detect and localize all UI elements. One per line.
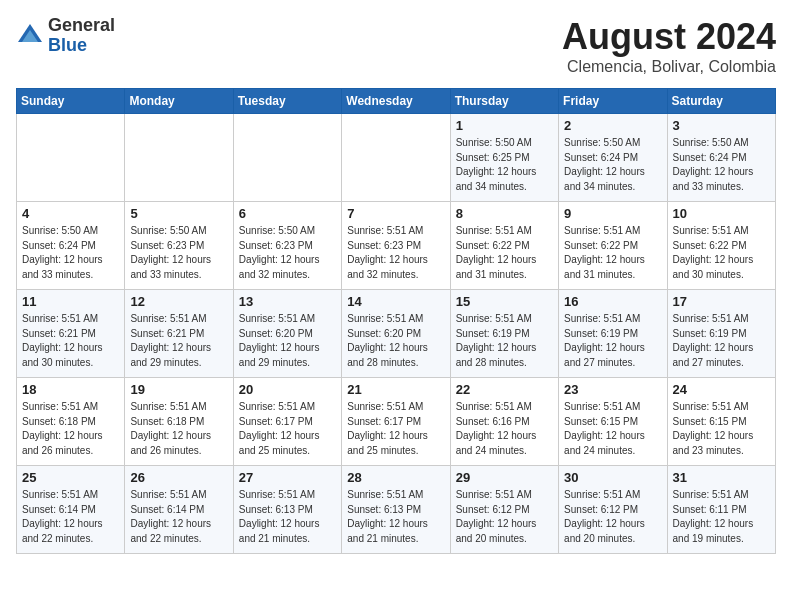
logo: General Blue [16,16,115,56]
day-number: 13 [239,294,336,309]
day-info: Sunrise: 5:51 AM Sunset: 6:22 PM Dayligh… [673,224,770,282]
day-info: Sunrise: 5:51 AM Sunset: 6:15 PM Dayligh… [673,400,770,458]
calendar-cell [17,114,125,202]
day-number: 26 [130,470,227,485]
day-info: Sunrise: 5:51 AM Sunset: 6:17 PM Dayligh… [239,400,336,458]
day-number: 21 [347,382,444,397]
calendar-cell: 16Sunrise: 5:51 AM Sunset: 6:19 PM Dayli… [559,290,667,378]
calendar-cell: 24Sunrise: 5:51 AM Sunset: 6:15 PM Dayli… [667,378,775,466]
day-info: Sunrise: 5:51 AM Sunset: 6:21 PM Dayligh… [130,312,227,370]
day-number: 8 [456,206,553,221]
calendar-cell: 7Sunrise: 5:51 AM Sunset: 6:23 PM Daylig… [342,202,450,290]
calendar-cell: 22Sunrise: 5:51 AM Sunset: 6:16 PM Dayli… [450,378,558,466]
day-number: 9 [564,206,661,221]
day-number: 23 [564,382,661,397]
day-info: Sunrise: 5:51 AM Sunset: 6:15 PM Dayligh… [564,400,661,458]
day-number: 1 [456,118,553,133]
day-info: Sunrise: 5:50 AM Sunset: 6:23 PM Dayligh… [130,224,227,282]
day-info: Sunrise: 5:51 AM Sunset: 6:13 PM Dayligh… [347,488,444,546]
day-info: Sunrise: 5:51 AM Sunset: 6:18 PM Dayligh… [22,400,119,458]
calendar-cell: 17Sunrise: 5:51 AM Sunset: 6:19 PM Dayli… [667,290,775,378]
col-header-saturday: Saturday [667,89,775,114]
day-number: 14 [347,294,444,309]
day-number: 6 [239,206,336,221]
day-info: Sunrise: 5:50 AM Sunset: 6:24 PM Dayligh… [22,224,119,282]
day-number: 25 [22,470,119,485]
logo-icon [16,22,44,50]
day-number: 16 [564,294,661,309]
calendar-cell: 13Sunrise: 5:51 AM Sunset: 6:20 PM Dayli… [233,290,341,378]
day-number: 22 [456,382,553,397]
calendar-cell: 14Sunrise: 5:51 AM Sunset: 6:20 PM Dayli… [342,290,450,378]
calendar-cell: 23Sunrise: 5:51 AM Sunset: 6:15 PM Dayli… [559,378,667,466]
day-info: Sunrise: 5:51 AM Sunset: 6:11 PM Dayligh… [673,488,770,546]
day-info: Sunrise: 5:51 AM Sunset: 6:12 PM Dayligh… [456,488,553,546]
calendar-cell: 4Sunrise: 5:50 AM Sunset: 6:24 PM Daylig… [17,202,125,290]
day-info: Sunrise: 5:51 AM Sunset: 6:22 PM Dayligh… [564,224,661,282]
day-number: 7 [347,206,444,221]
calendar-cell: 1Sunrise: 5:50 AM Sunset: 6:25 PM Daylig… [450,114,558,202]
col-header-monday: Monday [125,89,233,114]
day-info: Sunrise: 5:51 AM Sunset: 6:13 PM Dayligh… [239,488,336,546]
day-info: Sunrise: 5:51 AM Sunset: 6:21 PM Dayligh… [22,312,119,370]
calendar-cell: 6Sunrise: 5:50 AM Sunset: 6:23 PM Daylig… [233,202,341,290]
day-number: 29 [456,470,553,485]
col-header-wednesday: Wednesday [342,89,450,114]
col-header-thursday: Thursday [450,89,558,114]
day-info: Sunrise: 5:51 AM Sunset: 6:17 PM Dayligh… [347,400,444,458]
week-row-1: 1Sunrise: 5:50 AM Sunset: 6:25 PM Daylig… [17,114,776,202]
calendar-cell: 31Sunrise: 5:51 AM Sunset: 6:11 PM Dayli… [667,466,775,554]
calendar-cell: 2Sunrise: 5:50 AM Sunset: 6:24 PM Daylig… [559,114,667,202]
day-number: 2 [564,118,661,133]
day-number: 27 [239,470,336,485]
calendar-cell: 25Sunrise: 5:51 AM Sunset: 6:14 PM Dayli… [17,466,125,554]
calendar-cell: 12Sunrise: 5:51 AM Sunset: 6:21 PM Dayli… [125,290,233,378]
calendar-cell: 15Sunrise: 5:51 AM Sunset: 6:19 PM Dayli… [450,290,558,378]
calendar-cell: 18Sunrise: 5:51 AM Sunset: 6:18 PM Dayli… [17,378,125,466]
day-number: 20 [239,382,336,397]
col-header-tuesday: Tuesday [233,89,341,114]
day-info: Sunrise: 5:51 AM Sunset: 6:16 PM Dayligh… [456,400,553,458]
day-info: Sunrise: 5:51 AM Sunset: 6:19 PM Dayligh… [564,312,661,370]
day-info: Sunrise: 5:51 AM Sunset: 6:19 PM Dayligh… [673,312,770,370]
day-number: 18 [22,382,119,397]
calendar-cell: 21Sunrise: 5:51 AM Sunset: 6:17 PM Dayli… [342,378,450,466]
page-header: General Blue August 2024 Clemencia, Boli… [16,16,776,76]
week-row-5: 25Sunrise: 5:51 AM Sunset: 6:14 PM Dayli… [17,466,776,554]
calendar-cell: 19Sunrise: 5:51 AM Sunset: 6:18 PM Dayli… [125,378,233,466]
day-info: Sunrise: 5:51 AM Sunset: 6:14 PM Dayligh… [22,488,119,546]
calendar-cell: 10Sunrise: 5:51 AM Sunset: 6:22 PM Dayli… [667,202,775,290]
calendar-header-row: SundayMondayTuesdayWednesdayThursdayFrid… [17,89,776,114]
calendar-cell: 27Sunrise: 5:51 AM Sunset: 6:13 PM Dayli… [233,466,341,554]
day-number: 5 [130,206,227,221]
day-info: Sunrise: 5:51 AM Sunset: 6:23 PM Dayligh… [347,224,444,282]
day-number: 4 [22,206,119,221]
day-info: Sunrise: 5:50 AM Sunset: 6:25 PM Dayligh… [456,136,553,194]
day-number: 31 [673,470,770,485]
col-header-sunday: Sunday [17,89,125,114]
logo-general-text: General [48,16,115,36]
week-row-3: 11Sunrise: 5:51 AM Sunset: 6:21 PM Dayli… [17,290,776,378]
week-row-2: 4Sunrise: 5:50 AM Sunset: 6:24 PM Daylig… [17,202,776,290]
calendar-cell: 8Sunrise: 5:51 AM Sunset: 6:22 PM Daylig… [450,202,558,290]
calendar-cell: 9Sunrise: 5:51 AM Sunset: 6:22 PM Daylig… [559,202,667,290]
day-info: Sunrise: 5:50 AM Sunset: 6:24 PM Dayligh… [673,136,770,194]
calendar-cell [342,114,450,202]
day-info: Sunrise: 5:51 AM Sunset: 6:20 PM Dayligh… [347,312,444,370]
calendar-cell: 5Sunrise: 5:50 AM Sunset: 6:23 PM Daylig… [125,202,233,290]
day-number: 17 [673,294,770,309]
day-info: Sunrise: 5:50 AM Sunset: 6:24 PM Dayligh… [564,136,661,194]
calendar-cell: 30Sunrise: 5:51 AM Sunset: 6:12 PM Dayli… [559,466,667,554]
calendar-cell [125,114,233,202]
col-header-friday: Friday [559,89,667,114]
title-block: August 2024 Clemencia, Bolivar, Colombia [562,16,776,76]
calendar-cell: 3Sunrise: 5:50 AM Sunset: 6:24 PM Daylig… [667,114,775,202]
week-row-4: 18Sunrise: 5:51 AM Sunset: 6:18 PM Dayli… [17,378,776,466]
day-number: 15 [456,294,553,309]
calendar-cell: 29Sunrise: 5:51 AM Sunset: 6:12 PM Dayli… [450,466,558,554]
calendar-cell: 28Sunrise: 5:51 AM Sunset: 6:13 PM Dayli… [342,466,450,554]
day-number: 10 [673,206,770,221]
day-info: Sunrise: 5:51 AM Sunset: 6:22 PM Dayligh… [456,224,553,282]
logo-blue-text: Blue [48,36,115,56]
calendar-cell: 20Sunrise: 5:51 AM Sunset: 6:17 PM Dayli… [233,378,341,466]
